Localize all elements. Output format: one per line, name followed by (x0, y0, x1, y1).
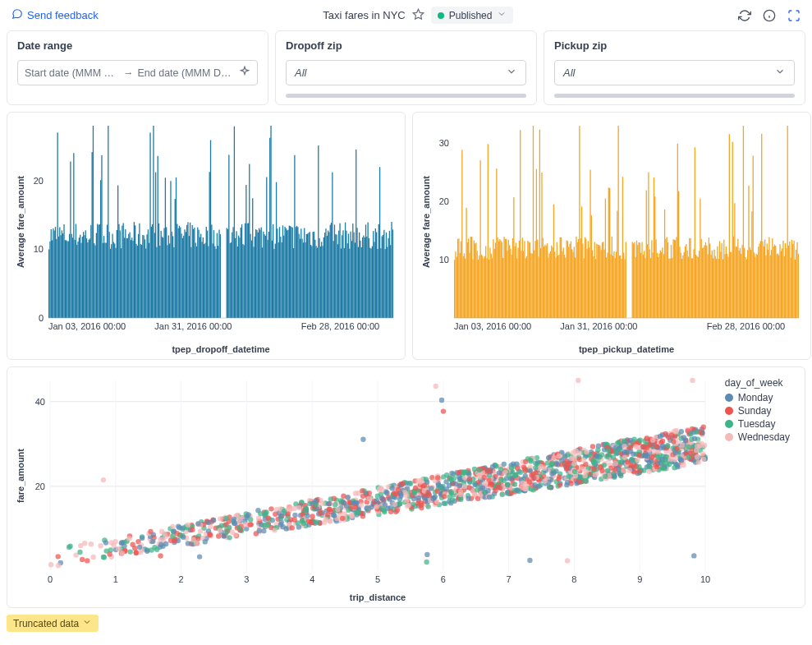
svg-point-1912 (512, 481, 517, 486)
svg-point-2117 (103, 540, 108, 545)
svg-rect-434 (565, 257, 566, 318)
svg-text:6: 6 (441, 574, 446, 584)
svg-rect-204 (266, 177, 267, 318)
sparkle-icon[interactable] (239, 66, 250, 80)
svg-rect-243 (308, 233, 309, 318)
svg-point-2272 (495, 484, 500, 489)
svg-rect-125 (176, 177, 177, 318)
svg-point-1821 (273, 512, 278, 517)
svg-point-2074 (148, 529, 153, 534)
svg-rect-284 (352, 223, 353, 318)
svg-rect-636 (788, 246, 789, 318)
svg-point-2196 (606, 448, 611, 453)
svg-rect-127 (178, 228, 179, 318)
publish-status[interactable]: Published (431, 7, 514, 24)
svg-rect-275 (342, 230, 343, 318)
svg-point-2221 (650, 438, 655, 443)
star-icon[interactable] (412, 8, 424, 23)
svg-rect-354 (479, 256, 479, 318)
svg-rect-563 (709, 243, 710, 318)
legend-item[interactable]: Wednesday (725, 431, 790, 443)
arrow-right-icon: → (123, 67, 134, 79)
svg-rect-161 (214, 246, 215, 318)
svg-rect-537 (681, 259, 682, 318)
svg-point-2262 (211, 518, 216, 523)
svg-rect-200 (262, 247, 263, 318)
svg-rect-306 (376, 233, 377, 318)
svg-point-2138 (599, 452, 604, 457)
legend-title: day_of_week (725, 377, 790, 389)
svg-point-1667 (91, 555, 96, 560)
fullscreen-button[interactable] (787, 9, 801, 22)
svg-rect-388 (516, 242, 516, 318)
svg-rect-504 (646, 191, 647, 318)
svg-point-2094 (374, 498, 379, 503)
date-range-input[interactable]: Start date (MMM DD,… → End date (MMM DD,… (17, 60, 258, 85)
svg-rect-230 (294, 155, 295, 318)
legend-item[interactable]: Sunday (725, 405, 790, 417)
svg-point-2082 (660, 444, 665, 449)
svg-rect-595 (744, 248, 745, 318)
svg-point-2110 (613, 461, 618, 466)
svg-rect-196 (258, 233, 259, 318)
svg-point-1979 (145, 549, 149, 554)
svg-point-1974 (562, 454, 567, 458)
svg-text:9: 9 (637, 574, 642, 584)
svg-rect-578 (726, 246, 727, 318)
svg-rect-461 (594, 242, 595, 318)
svg-rect-147 (200, 237, 200, 318)
svg-rect-257 (323, 237, 324, 318)
svg-rect-82 (129, 233, 130, 318)
svg-rect-475 (609, 188, 610, 318)
svg-rect-525 (668, 259, 669, 318)
dropoff-select[interactable]: All (286, 60, 526, 85)
legend-item[interactable]: Monday (725, 392, 790, 403)
legend-item[interactable]: Tuesday (725, 418, 790, 430)
svg-rect-61 (107, 225, 108, 318)
svg-rect-137 (189, 236, 190, 318)
svg-point-2136 (531, 475, 536, 480)
svg-rect-240 (305, 242, 305, 318)
truncated-data-badge[interactable]: Truncated data (7, 615, 99, 632)
refresh-button[interactable] (738, 9, 751, 22)
svg-rect-78 (125, 229, 126, 318)
svg-point-2185 (542, 466, 547, 471)
svg-rect-60 (106, 243, 107, 318)
svg-rect-283 (351, 241, 352, 318)
svg-rect-638 (791, 258, 791, 318)
chevron-down-icon (82, 617, 92, 629)
svg-point-1536 (85, 558, 89, 563)
svg-point-2269 (261, 528, 266, 533)
svg-point-1771 (163, 541, 168, 546)
svg-point-2177 (673, 450, 678, 455)
svg-point-2237 (549, 471, 554, 476)
svg-point-2207 (425, 490, 430, 495)
svg-rect-158 (211, 224, 212, 318)
svg-rect-34 (77, 242, 78, 318)
svg-point-2140 (622, 444, 626, 449)
svg-rect-87 (135, 225, 135, 318)
svg-point-2095 (223, 516, 228, 521)
svg-rect-105 (154, 233, 155, 318)
svg-point-2205 (623, 449, 628, 454)
svg-rect-580 (727, 257, 728, 318)
svg-rect-138 (190, 223, 190, 318)
svg-rect-610 (760, 241, 761, 318)
svg-rect-471 (605, 199, 606, 318)
svg-rect-478 (612, 256, 613, 318)
svg-rect-614 (764, 240, 765, 318)
filters-row: Date range Start date (MMM DD,… → End da… (0, 30, 812, 112)
svg-point-1801 (243, 522, 248, 527)
svg-point-1869 (256, 516, 261, 521)
svg-point-2068 (327, 507, 332, 512)
svg-rect-281 (349, 249, 350, 318)
svg-rect-487 (622, 177, 623, 318)
svg-rect-126 (177, 224, 177, 318)
info-button[interactable] (763, 9, 776, 22)
svg-point-2251 (197, 554, 202, 559)
svg-rect-214 (277, 228, 278, 318)
feedback-link[interactable]: Send feedback (11, 8, 99, 22)
svg-point-2242 (622, 439, 626, 444)
pickup-select[interactable]: All (554, 60, 795, 85)
svg-rect-294 (363, 236, 364, 318)
